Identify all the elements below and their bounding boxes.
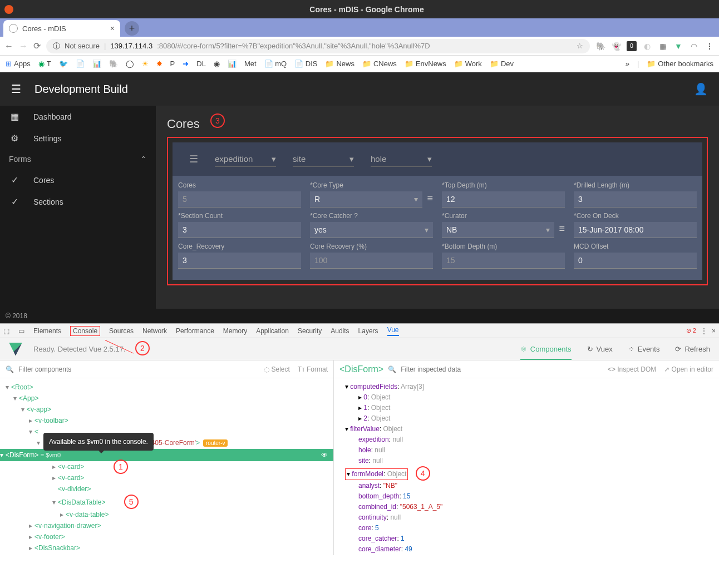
- menu-icon[interactable]: ⋮: [705, 41, 715, 51]
- vue-tab-events[interactable]: ⁘Events: [628, 345, 660, 353]
- bookmark-item[interactable]: P: [170, 60, 175, 68]
- back-button[interactable]: ←: [4, 41, 13, 51]
- bookmark-item[interactable]: 📊: [228, 60, 237, 68]
- bookmark-item[interactable]: Met: [244, 60, 257, 68]
- star-icon[interactable]: ☆: [577, 42, 583, 50]
- core-type-select[interactable]: R▾: [310, 191, 422, 207]
- filter-components-input[interactable]: [18, 365, 259, 373]
- device-icon[interactable]: ▭: [18, 327, 24, 335]
- format-button[interactable]: Tт Format: [298, 365, 328, 373]
- error-count[interactable]: ⊘ 2: [686, 327, 696, 334]
- check-icon: ✓: [9, 196, 20, 207]
- other-bookmarks[interactable]: 📁 Other bookmarks: [647, 60, 713, 68]
- ext-icon[interactable]: 0: [627, 41, 637, 51]
- bookmark-folder[interactable]: 📁 CNews: [362, 60, 397, 68]
- bookmark-overflow[interactable]: »: [626, 60, 629, 68]
- drilled-length-input[interactable]: [574, 191, 697, 207]
- user-icon[interactable]: 👤: [694, 82, 708, 96]
- inspect-icon[interactable]: ⬚: [3, 327, 9, 335]
- sidebar-item-sections[interactable]: ✓ Sections: [0, 191, 156, 213]
- address-bar[interactable]: ⓘ Not secure | 139.17.114.3:8080/#/core-…: [46, 39, 590, 53]
- vue-tab-vuex[interactable]: ↻Vuex: [587, 345, 613, 353]
- selected-component-row[interactable]: ▾<DisForm> = $vm0👁: [0, 449, 333, 461]
- mcd-offset-input[interactable]: [574, 253, 697, 269]
- tab-network[interactable]: Network: [142, 327, 167, 335]
- ext-icon[interactable]: ◐: [642, 41, 652, 51]
- sidebar-item-dashboard[interactable]: ▦ Dashboard: [0, 106, 156, 127]
- bookmark-item[interactable]: ☀: [142, 60, 149, 68]
- ext-icon[interactable]: 🐘: [595, 41, 605, 51]
- filter-site[interactable]: site▾: [293, 152, 354, 167]
- bookmark-item[interactable]: 🐘: [109, 60, 118, 68]
- core-recovery-pct-input[interactable]: [310, 253, 433, 269]
- tab-application[interactable]: Application: [256, 327, 289, 335]
- bookmark-item[interactable]: 📊: [92, 60, 101, 68]
- bookmark-item[interactable]: ✸: [156, 60, 162, 68]
- core-on-deck-input[interactable]: [574, 222, 697, 238]
- tab-vue[interactable]: Vue: [387, 326, 399, 336]
- info-icon[interactable]: ⓘ: [53, 41, 60, 51]
- component-tree[interactable]: ▾<Root> ▾<App> ▾<v-app> ▸<v-toolbar> ▾< …: [0, 378, 333, 555]
- bookmark-folder[interactable]: 📁 Work: [454, 60, 482, 68]
- tab-security[interactable]: Security: [298, 327, 322, 335]
- select-button[interactable]: ◌ Select: [264, 365, 290, 373]
- tab-performance[interactable]: Performance: [176, 327, 214, 335]
- tab-console[interactable]: Console: [70, 326, 100, 336]
- eye-icon[interactable]: 👁: [321, 449, 328, 461]
- tab-audits[interactable]: Audits: [331, 327, 349, 335]
- bookmark-item[interactable]: 📄 DIS: [294, 60, 317, 68]
- reload-button[interactable]: ⟳: [33, 41, 41, 51]
- sidebar-item-cores[interactable]: ✓ Cores: [0, 169, 156, 191]
- bookmark-item[interactable]: ➜: [183, 60, 189, 68]
- component-data[interactable]: ▾ computedFields: Array[3] ▸ 0: Object ▸…: [334, 378, 719, 555]
- tab-sources[interactable]: Sources: [109, 327, 134, 335]
- bookmark-item[interactable]: ◉: [214, 60, 220, 68]
- bookmark-folder[interactable]: 📁 Dev: [490, 60, 514, 68]
- bookmark-item[interactable]: 📄 mQ: [264, 60, 287, 68]
- filter-icon[interactable]: ☰: [189, 153, 198, 165]
- ext-icon[interactable]: ◠: [689, 41, 699, 51]
- ext-icon[interactable]: ▦: [658, 41, 668, 51]
- new-tab-button[interactable]: +: [125, 21, 139, 36]
- devtools-menu-icon[interactable]: ⋮: [701, 327, 707, 335]
- browser-tab[interactable]: Cores - mDIS ×: [3, 20, 120, 37]
- bookmark-item[interactable]: ◯: [126, 60, 134, 68]
- bookmark-item[interactable]: 📄: [76, 60, 85, 68]
- apps-button[interactable]: ⊞ Apps: [6, 60, 31, 68]
- bookmark-folder[interactable]: 📁 News: [325, 60, 354, 68]
- bookmark-item[interactable]: ◉ T: [38, 60, 51, 68]
- bookmark-folder[interactable]: 📁 EnvNews: [405, 60, 446, 68]
- filter-hole[interactable]: hole▾: [371, 152, 432, 167]
- bookmark-item[interactable]: DL: [196, 60, 206, 68]
- inspect-dom-button[interactable]: <> Inspect DOM: [608, 365, 656, 373]
- devtools-close-icon[interactable]: ×: [712, 327, 716, 335]
- tab-layers[interactable]: Layers: [358, 327, 378, 335]
- window-close-button[interactable]: [4, 5, 13, 14]
- sidebar-section-forms[interactable]: Forms ⌃: [0, 149, 156, 169]
- menu-icon[interactable]: ☰: [11, 82, 21, 96]
- tab-memory[interactable]: Memory: [223, 327, 247, 335]
- sidebar-item-settings[interactable]: ⚙ Settings: [0, 127, 156, 149]
- bottom-depth-input[interactable]: [442, 253, 565, 269]
- curator-select[interactable]: NB▾: [442, 222, 554, 238]
- annotation-3: 3: [210, 113, 225, 128]
- ext-icon[interactable]: 👻: [611, 41, 621, 51]
- list-icon[interactable]: ≡: [427, 192, 433, 207]
- list-icon[interactable]: ≡: [559, 223, 565, 238]
- vue-tab-refresh[interactable]: ⟳Refresh: [675, 345, 710, 353]
- core-recovery-input[interactable]: [178, 253, 301, 269]
- tab-elements[interactable]: Elements: [33, 327, 61, 335]
- top-depth-input[interactable]: [442, 191, 565, 207]
- tab-close-icon[interactable]: ×: [110, 24, 115, 33]
- section-count-input[interactable]: [178, 222, 301, 238]
- page-title: Cores 3: [167, 117, 708, 131]
- vue-devtools-icon[interactable]: ▼: [673, 41, 683, 51]
- bookmark-item[interactable]: 🐦: [59, 60, 68, 68]
- vue-tab-components[interactable]: ⚛Components: [520, 345, 572, 360]
- app-toolbar: ☰ Development Build 👤: [0, 72, 719, 106]
- filter-data-input[interactable]: [401, 365, 603, 373]
- cores-input[interactable]: [178, 191, 301, 207]
- open-editor-button[interactable]: ↗ Open in editor: [664, 365, 713, 373]
- filter-expedition[interactable]: expedition▾: [215, 152, 276, 167]
- core-catcher-select[interactable]: yes▾: [310, 222, 433, 238]
